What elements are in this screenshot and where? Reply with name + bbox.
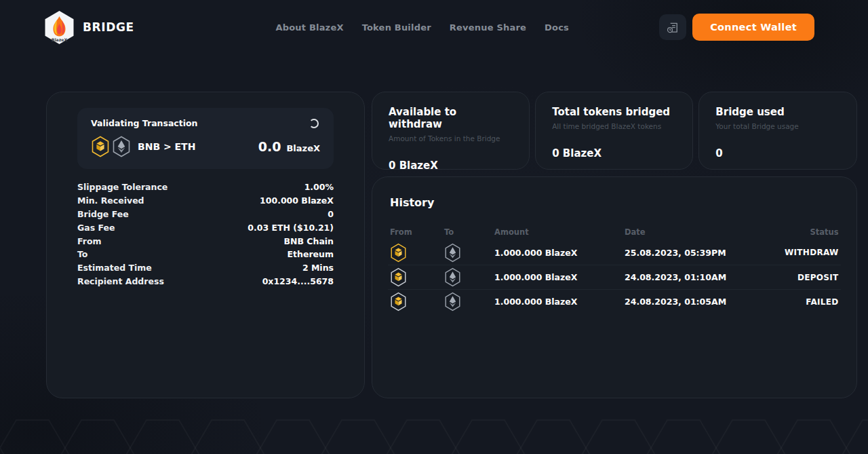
history-title: History — [390, 196, 841, 209]
validating-transaction-title: Validating Transaction — [91, 118, 198, 128]
svg-text:BlazeX: BlazeX — [52, 37, 68, 41]
detail-slippage-tolerance: Slippage Tolerance 1.00% — [77, 181, 334, 194]
history-amount: 1.000.000 BlazeX — [494, 297, 625, 307]
bridge-amount-token: BlazeX — [286, 143, 320, 153]
bnb-icon — [91, 136, 110, 157]
history-amount: 1.000.000 BlazeX — [494, 272, 625, 282]
stat-available-to-withdraw: Available to withdraw Amount of Tokens i… — [372, 92, 530, 170]
bridge-transaction-card: Validating Transaction BNB > ETH 0.0 — [46, 92, 365, 398]
bnb-icon — [390, 267, 444, 287]
top-navbar: BlazeX BRIDGE About BlazeX Token Builder… — [0, 0, 868, 54]
stat-value: 0 BlazeX — [389, 159, 513, 172]
stat-bridge-used: Bridge used Your total Bridge usage 0 — [698, 92, 856, 170]
bnb-icon — [390, 243, 444, 263]
connect-wallet-button[interactable]: Connect Wallet — [692, 14, 814, 41]
history-row[interactable]: 1.000.000 BlazeX 25.08.2023, 05:39PM WIT… — [388, 240, 841, 265]
history-status: DEPOSIT — [785, 273, 839, 282]
col-amount: Amount — [494, 227, 625, 237]
detail-recipient-address: Recipient Address 0x1234....5678 — [77, 275, 334, 288]
col-from: From — [390, 227, 444, 237]
stat-total-tokens-bridged: Total tokens bridged All time bridged Bl… — [535, 92, 693, 170]
nav-revenue-share[interactable]: Revenue Share — [450, 22, 526, 33]
stat-value: 0 BlazeX — [552, 147, 676, 159]
detail-to-chain: To Ethereum — [77, 248, 334, 261]
blazex-logo-icon: BlazeX — [43, 10, 75, 45]
transaction-details-list: Slippage Tolerance 1.00% Min. Received 1… — [77, 181, 334, 288]
history-status: FAILED — [785, 297, 839, 307]
eth-icon — [444, 267, 494, 287]
bnb-icon — [390, 292, 444, 311]
nav-docs[interactable]: Docs — [545, 22, 569, 33]
detail-estimated-time: Estimated Time 2 Mins — [77, 261, 334, 275]
transaction-history-button[interactable] — [659, 14, 686, 40]
loading-spinner-icon — [309, 119, 319, 128]
page-title: BRIDGE — [83, 20, 134, 34]
document-clock-icon — [666, 20, 680, 35]
history-row[interactable]: 1.000.000 BlazeX 24.08.2023, 01:10AM DEP… — [388, 265, 841, 289]
eth-icon — [444, 292, 494, 311]
main-nav: About BlazeX Token Builder Revenue Share… — [275, 22, 569, 33]
history-card: History From To Amount Date Status — [372, 176, 857, 398]
col-date: Date — [625, 227, 785, 237]
nav-about-blazex[interactable]: About BlazeX — [275, 22, 343, 33]
history-date: 25.08.2023, 05:39PM — [625, 248, 785, 258]
nav-token-builder[interactable]: Token Builder — [362, 22, 431, 33]
detail-bridge-fee: Bridge Fee 0 — [77, 208, 334, 221]
detail-gas-fee: Gas Fee 0.03 ETH ($10.21) — [77, 221, 334, 234]
col-status: Status — [785, 227, 839, 237]
col-to: To — [444, 227, 494, 237]
brand[interactable]: BlazeX BRIDGE — [43, 10, 134, 45]
detail-from-chain: From BNB Chain — [77, 234, 334, 248]
bridge-pair-label: BNB > ETH — [138, 141, 195, 152]
main-content: Validating Transaction BNB > ETH 0.0 — [0, 54, 868, 398]
validating-transaction-panel: Validating Transaction BNB > ETH 0.0 — [77, 108, 334, 169]
history-status: WITHDRAW — [785, 248, 839, 257]
bridge-amount-value: 0.0 — [258, 139, 281, 154]
history-amount: 1.000.000 BlazeX — [494, 248, 625, 258]
stat-value: 0 — [715, 147, 840, 159]
history-date: 24.08.2023, 01:10AM — [625, 272, 785, 282]
eth-icon — [112, 136, 131, 157]
history-date: 24.08.2023, 01:05AM — [625, 297, 785, 307]
stats-row: Available to withdraw Amount of Tokens i… — [372, 92, 857, 170]
eth-icon — [444, 243, 494, 263]
history-row[interactable]: 1.000.000 BlazeX 24.08.2023, 01:05AM FAI… — [388, 289, 841, 314]
history-table-header: From To Amount Date Status — [388, 224, 841, 240]
detail-min-received: Min. Received 100.000 BlazeX — [77, 194, 334, 208]
